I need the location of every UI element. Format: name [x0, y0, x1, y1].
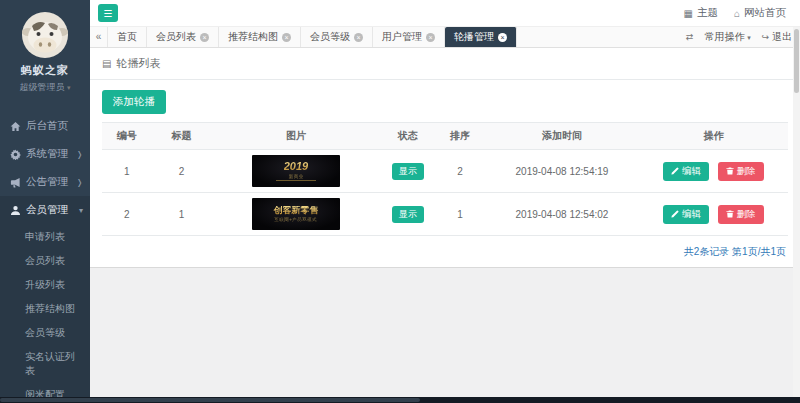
home-icon: ⌂	[734, 8, 740, 19]
cell-status: 显示	[381, 193, 436, 236]
close-tab-icon[interactable]: ×	[498, 33, 507, 42]
header-operation: 操作	[639, 123, 788, 150]
tabbar-right: ⇄ 常用操作 ▾ ↪ 退出	[678, 27, 800, 47]
cell-image: 创客新零售 互联网+产品双模式	[211, 193, 380, 236]
sidebar-toggle-button[interactable]: ☰	[98, 4, 118, 22]
logout-link[interactable]: ↪ 退出	[762, 30, 792, 44]
header-number: 编号	[102, 123, 152, 150]
panel-header: ▤ 轮播列表	[90, 48, 800, 80]
add-carousel-button[interactable]: 添加轮播	[102, 90, 166, 114]
header-title: 标题	[152, 123, 212, 150]
chevron-right-icon: ❭	[76, 178, 83, 187]
close-tab-icon[interactable]: ×	[354, 33, 363, 42]
edit-button[interactable]: 编辑	[663, 205, 709, 224]
vertical-scrollbar-thumb[interactable]	[794, 29, 799, 93]
double-chevron-left-icon: «	[96, 31, 102, 42]
carousel-table: 编号 标题 图片 状态 排序 添加时间 操作 1	[102, 122, 788, 236]
close-tab-icon[interactable]: ×	[200, 33, 209, 42]
logout-icon: ↪	[762, 32, 770, 42]
cell-time: 2019-04-08 12:54:02	[485, 193, 639, 236]
common-ops-dropdown[interactable]: 常用操作 ▾	[704, 30, 750, 44]
tab-member-level[interactable]: 会员等级×	[301, 27, 373, 47]
cell-number: 1	[102, 150, 152, 193]
tab-referral-tree[interactable]: 推荐结构图×	[219, 27, 301, 47]
cell-title: 1	[152, 193, 212, 236]
cell-operation: 编辑 删除	[639, 193, 788, 236]
sidebar-item-upgrade-list[interactable]: 升级列表	[0, 273, 90, 297]
table-row: 2 1 创客新零售 互联网+产品双模式 显示 1	[102, 193, 788, 236]
panel-title: 轮播列表	[116, 56, 160, 71]
delete-button[interactable]: 删除	[718, 205, 764, 224]
banner-image: 2019 新商业	[252, 155, 340, 187]
caret-down-icon: ▾	[747, 34, 751, 41]
table-header-row: 编号 标题 图片 状态 排序 添加时间 操作	[102, 123, 788, 150]
horizontal-scrollbar-thumb[interactable]	[0, 398, 420, 402]
app-window: 蚂蚁之家 超级管理员 ▾ 后台首页 系统管理 ❭ 公告管理 ❭ 会员管理 ▾	[0, 0, 800, 403]
cell-image: 2019 新商业	[211, 150, 380, 193]
close-tab-icon[interactable]: ×	[426, 33, 435, 42]
topbar-right: ▦主题 ⌂网站首页	[684, 6, 793, 20]
sidebar-item-notice[interactable]: 公告管理 ❭	[0, 168, 90, 196]
tab-carousel-mgmt[interactable]: 轮播管理×	[445, 27, 517, 47]
edit-button[interactable]: 编辑	[663, 162, 709, 181]
brand-name: 蚂蚁之家	[4, 63, 86, 78]
tab-home[interactable]: 首页	[108, 27, 147, 47]
gear-icon	[10, 149, 21, 160]
header-status: 状态	[381, 123, 436, 150]
sidebar-item-member-list[interactable]: 会员列表	[0, 249, 90, 273]
cell-title: 2	[152, 150, 212, 193]
cell-status: 显示	[381, 150, 436, 193]
tab-scroll-right-icon[interactable]: ⇄	[686, 32, 694, 42]
header-image: 图片	[211, 123, 380, 150]
theme-link[interactable]: ▦主题	[684, 6, 718, 20]
sidebar-item-dashboard[interactable]: 后台首页	[0, 112, 90, 140]
tab-bar: « 首页 会员列表× 推荐结构图× 会员等级× 用户管理× 轮播管理× ⇄ 常用…	[90, 26, 800, 48]
header-time: 添加时间	[485, 123, 639, 150]
content-area: ▤ 轮播列表 添加轮播 编号 标题 图片 状态 排序	[90, 48, 800, 403]
members-submenu: 申请列表 会员列表 升级列表 推荐结构图 会员等级 实名认证列表 阅米配置	[0, 224, 90, 403]
user-role[interactable]: 超级管理员 ▾	[4, 81, 86, 94]
sidebar: 蚂蚁之家 超级管理员 ▾ 后台首页 系统管理 ❭ 公告管理 ❭ 会员管理 ▾	[0, 0, 90, 403]
sidebar-item-apply-list[interactable]: 申请列表	[0, 225, 90, 249]
trash-icon	[726, 210, 734, 218]
pencil-icon	[671, 210, 679, 218]
top-navbar: ☰ ▦主题 ⌂网站首页	[90, 0, 800, 26]
vertical-scrollbar[interactable]	[793, 27, 800, 397]
cow-avatar	[22, 12, 68, 58]
tab-scroll-left-button[interactable]: «	[90, 27, 108, 47]
trash-icon	[726, 167, 734, 175]
cell-operation: 编辑 删除	[639, 150, 788, 193]
sidebar-item-members[interactable]: 会员管理 ▾	[0, 196, 90, 224]
horizontal-scrollbar[interactable]	[0, 397, 800, 403]
sidebar-item-system[interactable]: 系统管理 ❭	[0, 140, 90, 168]
tab-member-list[interactable]: 会员列表×	[147, 27, 219, 47]
site-home-link[interactable]: ⌂网站首页	[734, 6, 786, 20]
table-row: 1 2 2019 新商业 显示 2	[102, 150, 788, 193]
user-panel: 蚂蚁之家 超级管理员 ▾	[0, 0, 90, 102]
header-sort: 排序	[435, 123, 485, 150]
pencil-icon	[671, 167, 679, 175]
chevron-down-icon: ▾	[79, 206, 83, 215]
cell-sort: 1	[435, 193, 485, 236]
banner-image: 创客新零售 互联网+产品双模式	[252, 198, 340, 230]
sidebar-item-member-level[interactable]: 会员等级	[0, 321, 90, 345]
tab-user-mgmt[interactable]: 用户管理×	[373, 27, 445, 47]
theme-grid-icon: ▦	[684, 8, 693, 19]
delete-button[interactable]: 删除	[718, 162, 764, 181]
cell-time: 2019-04-08 12:54:19	[485, 150, 639, 193]
sidebar-menu: 后台首页 系统管理 ❭ 公告管理 ❭ 会员管理 ▾ 申请列表 会员列表 升级列表	[0, 112, 90, 403]
carousel-panel: ▤ 轮播列表 添加轮播 编号 标题 图片 状态 排序	[90, 48, 800, 268]
close-tab-icon[interactable]: ×	[282, 33, 291, 42]
cell-sort: 2	[435, 150, 485, 193]
hamburger-icon: ☰	[104, 8, 113, 19]
main-column: ☰ ▦主题 ⌂网站首页 « 首页 会员列表× 推荐结构图× 会员等级× 用户管理…	[90, 0, 800, 403]
list-icon: ▤	[102, 58, 111, 69]
caret-down-icon: ▾	[67, 84, 71, 91]
user-icon	[10, 205, 21, 216]
sidebar-item-referral-tree[interactable]: 推荐结构图	[0, 297, 90, 321]
sidebar-item-realname-list[interactable]: 实名认证列表	[0, 345, 90, 383]
chevron-right-icon: ❭	[76, 150, 83, 159]
cell-number: 2	[102, 193, 152, 236]
home-icon	[10, 121, 21, 132]
pagination-info[interactable]: 共2条记录 第1页/共1页	[90, 236, 800, 263]
